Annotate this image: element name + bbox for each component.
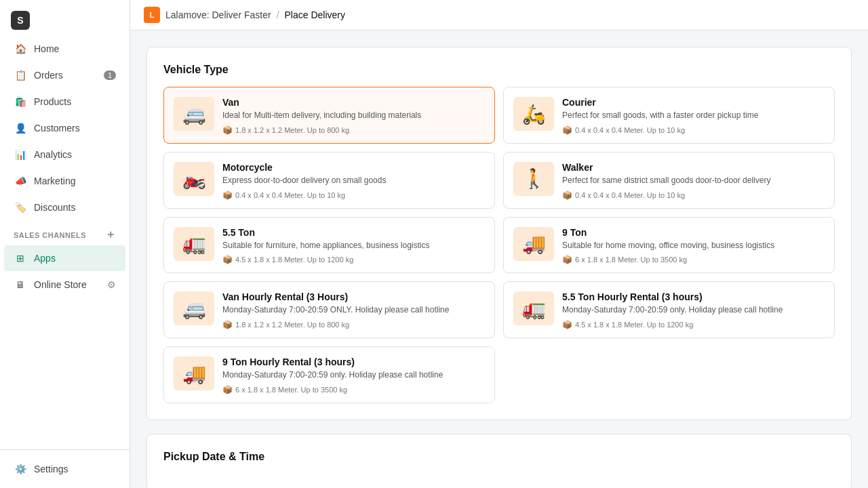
specs-icon-van-hourly: 📦: [222, 320, 233, 329]
specs-text-van: 1.8 x 1.2 x 1.2 Meter. Up to 800 kg: [235, 126, 349, 134]
vehicle-specs-9ton: 📦 6 x 1.8 x 1.8 Meter. Up to 3500 kg: [562, 255, 825, 264]
main-content: L Lalamove: Deliver Faster / Place Deliv…: [130, 0, 868, 488]
settings-icon: ⚙️: [14, 462, 27, 476]
app-logo: L: [144, 7, 160, 23]
vehicle-info-9ton-hourly: 9 Ton Hourly Rental (3 hours) Monday-Sat…: [222, 357, 485, 394]
vehicle-card-van-hourly[interactable]: 🚐 Van Hourly Rental (3 Hours) Monday-Sat…: [163, 281, 495, 338]
vehicle-type-title: Vehicle Type: [163, 64, 835, 76]
online-store-label: Online Store: [34, 279, 87, 290]
specs-text-5ton: 4.5 x 1.8 x 1.8 Meter. Up to 1200 kg: [235, 256, 353, 264]
vehicle-specs-5ton-hourly: 📦 4.5 x 1.8 x 1.8 Meter. Up to 1200 kg: [562, 320, 825, 329]
vehicle-card-9ton[interactable]: 🚚 9 Ton Suitable for home moving, office…: [503, 217, 835, 274]
vehicle-card-walker[interactable]: 🚶 Walker Perfect for same district small…: [503, 152, 835, 209]
vehicle-specs-van: 📦 1.8 x 1.2 x 1.2 Meter. Up to 800 kg: [222, 125, 485, 135]
analytics-icon: 📊: [14, 148, 27, 161]
vehicle-specs-walker: 📦 0.4 x 0.4 x 0.4 Meter. Up to 10 kg: [562, 190, 825, 200]
marketing-icon: 📣: [14, 174, 27, 188]
vehicle-card-van[interactable]: 🚐 Van Ideal for Multi-item delivery, inc…: [163, 87, 495, 144]
specs-text-9ton: 6 x 1.8 x 1.8 Meter. Up to 3500 kg: [575, 256, 687, 264]
specs-text-van-hourly: 1.8 x 1.2 x 1.2 Meter. Up to 800 kg: [235, 321, 349, 329]
vehicle-card-courier[interactable]: 🛵 Courier Perfect for small goods, with …: [503, 87, 835, 144]
vehicle-desc-walker: Perfect for same district small goods do…: [562, 175, 825, 186]
vehicle-img-van-hourly: 🚐: [174, 291, 214, 325]
vehicle-info-5ton-hourly: 5.5 Ton Hourly Rental (3 hours) Monday-S…: [562, 291, 825, 329]
vehicle-desc-motorcycle: Express door-to-door delivery on small g…: [222, 175, 485, 186]
topbar: L Lalamove: Deliver Faster / Place Deliv…: [130, 0, 868, 30]
vehicle-desc-5ton: Suitable for furniture, home appliances,…: [222, 240, 485, 251]
vehicle-name-courier: Courier: [562, 97, 825, 108]
vehicle-img-van: 🚐: [174, 97, 214, 131]
vehicle-img-9ton: 🚚: [513, 227, 554, 261]
specs-icon-9ton: 📦: [562, 255, 572, 264]
breadcrumb-separator: /: [277, 9, 279, 20]
orders-badge: 1: [104, 70, 116, 80]
apps-label: Apps: [34, 253, 56, 264]
sidebar-item-products[interactable]: 🛍️Products: [4, 89, 125, 115]
online-store-settings-icon[interactable]: ⚙: [107, 279, 116, 290]
specs-icon-5ton: 📦: [222, 255, 233, 264]
vehicle-specs-5ton: 📦 4.5 x 1.8 x 1.8 Meter. Up to 1200 kg: [222, 255, 485, 264]
specs-icon-walker: 📦: [562, 190, 572, 200]
vehicle-desc-van: Ideal for Multi-item delivery, including…: [222, 110, 485, 121]
sidebar-item-analytics[interactable]: 📊Analytics: [4, 142, 125, 167]
vehicle-card-9ton-hourly[interactable]: 🚚 9 Ton Hourly Rental (3 hours) Monday-S…: [163, 346, 495, 403]
specs-text-walker: 0.4 x 0.4 x 0.4 Meter. Up to 10 kg: [575, 191, 685, 199]
marketing-label: Marketing: [34, 176, 75, 186]
customers-label: Customers: [34, 123, 80, 134]
vehicle-img-5ton-hourly: 🚛: [513, 291, 554, 325]
vehicle-desc-9ton-hourly: Monday-Saturday 7:00-20:59 only. Holiday…: [222, 369, 485, 381]
sidebar-logo: S: [0, 0, 130, 35]
vehicle-img-5ton: 🚛: [174, 227, 214, 261]
sidebar-item-home[interactable]: 🏠Home: [4, 36, 125, 62]
vehicle-info-van: Van Ideal for Multi-item delivery, inclu…: [222, 97, 485, 135]
vehicle-name-9ton: 9 Ton: [562, 227, 825, 238]
vehicle-desc-courier: Perfect for small goods, with a faster o…: [562, 110, 825, 121]
add-sales-channel-button[interactable]: ＋: [105, 228, 116, 242]
vehicle-name-5ton-hourly: 5.5 Ton Hourly Rental (3 hours): [562, 291, 825, 302]
settings-label: Settings: [34, 464, 68, 474]
sidebar-item-orders[interactable]: 📋Orders1: [4, 62, 125, 88]
vehicle-desc-5ton-hourly: Monday-Saturday 7:00-20:59 only. Holiday…: [562, 304, 825, 316]
sidebar-nav: 🏠Home📋Orders1🛍️Products👤Customers📊Analyt…: [0, 35, 130, 449]
vehicle-img-motorcycle: 🏍️: [174, 162, 214, 196]
vehicle-info-motorcycle: Motorcycle Express door-to-door delivery…: [222, 162, 485, 200]
specs-text-9ton-hourly: 6 x 1.8 x 1.8 Meter. Up to 3500 kg: [235, 386, 347, 394]
pickup-title: Pickup Date & Time: [163, 451, 835, 463]
sidebar-item-settings[interactable]: ⚙️ Settings: [4, 456, 125, 482]
breadcrumb-current-page: Place Delivery: [285, 9, 345, 20]
sidebar-item-apps[interactable]: ⊞Apps: [4, 245, 125, 271]
vehicle-info-courier: Courier Perfect for small goods, with a …: [562, 97, 825, 135]
sidebar-item-discounts[interactable]: 🏷️Discounts: [4, 195, 125, 220]
orders-icon: 📋: [14, 68, 27, 82]
vehicle-specs-9ton-hourly: 📦 6 x 1.8 x 1.8 Meter. Up to 3500 kg: [222, 385, 485, 394]
specs-icon-9ton-hourly: 📦: [222, 385, 233, 394]
pickup-card: Pickup Date & Time: [146, 434, 852, 488]
sidebar-item-marketing[interactable]: 📣Marketing: [4, 168, 125, 194]
page-content: Vehicle Type 🚐 Van Ideal for Multi-item …: [130, 30, 868, 488]
vehicle-desc-9ton: Suitable for home moving, office moving,…: [562, 240, 825, 251]
vehicle-info-van-hourly: Van Hourly Rental (3 Hours) Monday-Satur…: [222, 291, 485, 329]
sidebar-item-online-store[interactable]: 🖥 Online Store ⚙: [4, 272, 125, 298]
vehicle-specs-van-hourly: 📦 1.8 x 1.2 x 1.2 Meter. Up to 800 kg: [222, 320, 485, 329]
specs-icon-courier: 📦: [562, 125, 572, 135]
vehicle-info-walker: Walker Perfect for same district small g…: [562, 162, 825, 200]
vehicle-card-5ton-hourly[interactable]: 🚛 5.5 Ton Hourly Rental (3 hours) Monday…: [503, 281, 835, 338]
vehicle-img-courier: 🛵: [513, 97, 554, 131]
sidebar-item-customers[interactable]: 👤Customers: [4, 115, 125, 141]
specs-icon-motorcycle: 📦: [222, 190, 233, 200]
sidebar: S 🏠Home📋Orders1🛍️Products👤Customers📊Anal…: [0, 0, 130, 488]
customers-icon: 👤: [14, 121, 27, 135]
vehicle-img-walker: 🚶: [513, 162, 554, 196]
specs-text-5ton-hourly: 4.5 x 1.8 x 1.8 Meter. Up to 1200 kg: [575, 321, 693, 329]
vehicle-img-9ton-hourly: 🚚: [174, 357, 214, 390]
vehicle-name-van: Van: [222, 97, 485, 108]
vehicle-card-motorcycle[interactable]: 🏍️ Motorcycle Express door-to-door deliv…: [163, 152, 495, 209]
sidebar-footer: ⚙️ Settings: [0, 449, 130, 488]
vehicle-name-walker: Walker: [562, 162, 825, 173]
vehicle-type-card: Vehicle Type 🚐 Van Ideal for Multi-item …: [146, 47, 852, 420]
vehicle-info-5ton: 5.5 Ton Suitable for furniture, home app…: [222, 227, 485, 265]
vehicle-card-5ton[interactable]: 🚛 5.5 Ton Suitable for furniture, home a…: [163, 217, 495, 274]
vehicle-info-9ton: 9 Ton Suitable for home moving, office m…: [562, 227, 825, 265]
sales-channels-text: SALES CHANNELS: [14, 231, 86, 239]
specs-text-courier: 0.4 x 0.4 x 0.4 Meter. Up to 10 kg: [575, 126, 685, 134]
